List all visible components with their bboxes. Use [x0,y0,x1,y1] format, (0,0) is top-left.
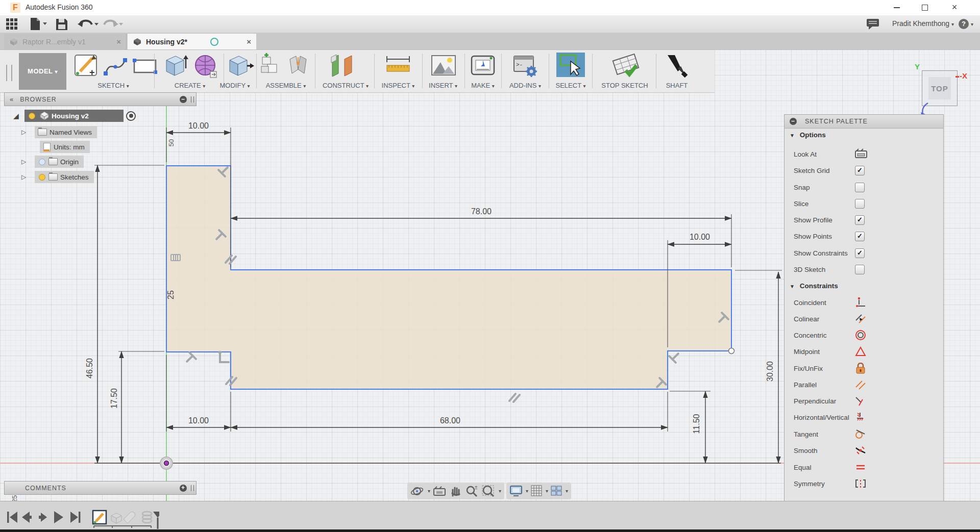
assemble-group-icons[interactable] [260,53,311,79]
fix-unfix-constraint-button[interactable] [855,363,866,374]
panel-drag-handle[interactable] [191,96,194,103]
zoom-icon[interactable]: ± [465,485,479,498]
sketch-point[interactable] [729,348,734,354]
dim-left-height[interactable]: 46.50 [85,358,94,378]
grid-layout-icon[interactable] [530,485,544,498]
tree-item-named-views[interactable]: ▷ Named Views [21,126,97,138]
visibility-bulb-icon[interactable] [39,159,45,165]
maximize-button[interactable] [914,0,936,15]
show-profile-checkbox[interactable]: ✓ [855,215,865,225]
chevron-down-icon[interactable]: ▾ [428,488,430,494]
dim-right-height[interactable]: 30.00 [766,361,774,382]
menu-select[interactable]: SELECT ▾ [551,82,590,89]
menu-addins[interactable]: ADD-INS ▾ [504,82,546,89]
timeline-sketch-feature[interactable] [93,511,106,524]
collapse-panel-icon[interactable]: « [10,95,13,103]
display-settings-icon[interactable] [509,485,524,498]
panel-collapse-icon[interactable]: – [790,118,797,125]
expander-icon[interactable]: ◢ [13,112,21,120]
show-points-checkbox[interactable]: ✓ [855,232,865,241]
button-shaft[interactable]: SHAFT [663,82,691,89]
go-to-end-button[interactable] [70,512,81,523]
midpoint-constraint-button[interactable] [855,346,866,357]
browser-panel-header[interactable]: « BROWSER – [4,92,197,106]
minimize-button[interactable] [886,0,908,15]
smooth-constraint-button[interactable] [855,445,866,456]
workspace-switcher[interactable]: MODEL ▾ [19,53,66,90]
slice-checkbox[interactable] [855,199,865,209]
expander-icon[interactable]: ▷ [21,158,30,165]
panel-collapse-icon[interactable]: – [180,96,187,103]
section-options[interactable]: ▼ Options [790,131,826,139]
toolbar-grip-handle[interactable] [6,65,12,81]
file-menu-icon[interactable] [30,18,48,30]
dim-bottom-left-width[interactable]: 10.00 [188,416,209,425]
timeline-suppressed-feature[interactable] [142,512,152,523]
create-group-icons[interactable] [163,53,220,79]
timeline-controls[interactable] [6,510,159,530]
addins-group-icons[interactable]: >- [512,53,540,79]
viewcube[interactable]: TOP [922,70,958,106]
user-menu[interactable]: Pradit Khemthong ▾ [892,19,954,28]
tree-item-units[interactable]: Units: mm [40,141,90,153]
sync-status-icon[interactable] [210,38,218,46]
dim-right-width[interactable]: 10.00 [690,233,710,241]
snap-checkbox[interactable] [855,183,865,192]
expander-icon[interactable]: ▷ [21,129,30,136]
tab-housing-v2[interactable]: Housing v2* × [128,34,256,49]
chevron-down-icon[interactable]: ▾ [526,488,528,494]
notifications-icon[interactable] [867,19,880,30]
app-launcher-icon[interactable] [6,18,18,30]
timeline-position-marker[interactable] [153,512,159,529]
chevron-down-icon[interactable]: ▾ [499,488,501,494]
menu-modify[interactable]: MODIFY ▾ [209,82,260,89]
menu-make[interactable]: MAKE ▾ [465,82,500,89]
chevron-down-icon[interactable]: ▾ [566,488,568,494]
horizontal-vertical-constraint-button[interactable] [855,412,866,423]
perpendicular-constraint-button[interactable] [855,395,866,407]
insert-group-icons[interactable] [430,53,458,79]
chevron-down-icon[interactable]: ▾ [971,21,973,27]
dim-top-width[interactable]: 10.00 [188,121,209,130]
visibility-bulb-icon[interactable] [29,113,35,119]
add-comment-icon[interactable]: + [180,485,187,492]
go-to-start-button[interactable] [7,512,17,523]
look-at-button[interactable] [855,148,868,159]
step-back-button[interactable] [22,512,32,523]
concentric-constraint-button[interactable] [855,330,866,341]
tab-raptor-assembly[interactable]: Raptor R...embly v1 × [4,34,127,49]
visibility-bulb-icon[interactable] [39,174,45,181]
viewcube-face-top[interactable]: TOP [928,77,951,99]
dim-overall-length[interactable]: 78.00 [471,207,492,216]
origin-point[interactable] [160,457,173,469]
timeline-suppressed-feature[interactable] [111,513,121,523]
activate-component-radio[interactable] [126,111,136,121]
sketch-group-icons[interactable]: + [74,53,158,79]
undo-icon[interactable] [78,18,99,30]
sketch-grid-checkbox[interactable]: ✓ [855,166,865,175]
colinear-constraint-button[interactable] [855,313,866,324]
button-stop-sketch-toolbar[interactable]: STOP SKETCH [596,82,653,89]
orbit-icon[interactable] [410,485,426,498]
viewports-icon[interactable] [550,485,564,498]
select-group-icons[interactable] [558,53,585,79]
timeline-suppressed-feature[interactable] [124,512,135,523]
parallel-constraint-button[interactable] [855,379,866,390]
menu-inspect[interactable]: INSPECT ▾ [375,82,421,89]
tangent-constraint-button[interactable] [855,428,866,440]
menu-create[interactable]: CREATE ▾ [164,82,215,89]
dim-right-step[interactable]: 11.50 [692,414,701,434]
close-tab-icon[interactable]: × [116,37,121,46]
make-group-icons[interactable] [470,53,497,79]
stopsketch-group-icons[interactable] [611,53,642,79]
section-constraints[interactable]: ▼ Constraints [790,282,838,290]
inspect-group-icons[interactable] [384,53,412,79]
expander-icon[interactable]: ▷ [21,173,30,181]
menu-sketch[interactable]: SKETCH ▾ [88,82,139,89]
tree-item-origin[interactable]: ▷ Origin [21,156,84,168]
panel-drag-handle[interactable] [191,485,194,491]
dim-column-depth[interactable]: 25 [166,290,175,299]
tree-item-sketches[interactable]: ▷ Sketches [21,171,94,183]
pan-icon[interactable] [449,485,463,498]
shaft-group-icons[interactable] [664,53,690,79]
